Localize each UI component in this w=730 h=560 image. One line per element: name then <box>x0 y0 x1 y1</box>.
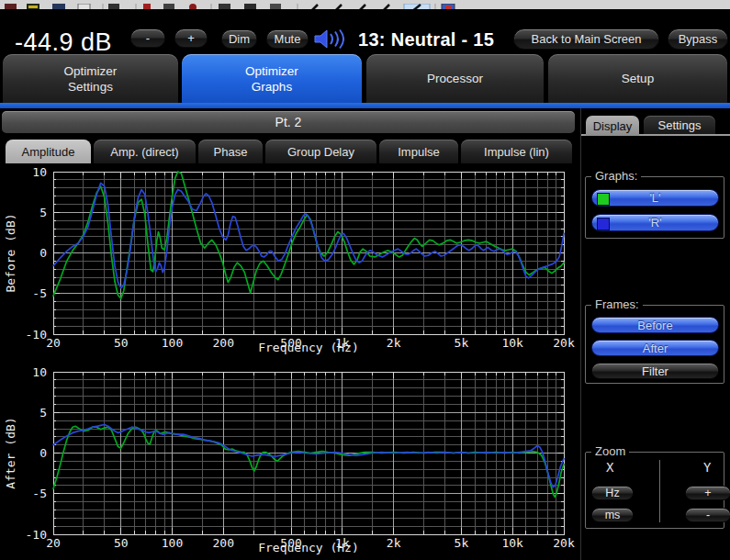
header-bar: -44.9 dB - + Dim Mute 13: Neutral - 15 B… <box>0 9 730 54</box>
zoom-column-divider <box>659 460 660 522</box>
svg-text:20: 20 <box>46 336 61 350</box>
preset-title: 13: Neutral - 15 <box>358 29 494 50</box>
optimizer-app-window: -44.9 dB - + Dim Mute 13: Neutral - 15 B… <box>0 0 730 560</box>
display-sidebar: Display Settings Graphs: 'L' 'R' Frames:… <box>580 108 730 560</box>
left-channel-color-swatch <box>597 193 610 206</box>
svg-text:20k: 20k <box>553 536 575 550</box>
zoom-x-ms-button[interactable]: ms <box>591 508 634 522</box>
bypass-button[interactable]: Bypass <box>668 28 728 50</box>
svg-text:50: 50 <box>114 536 129 550</box>
graph-right-channel-button[interactable]: 'R' <box>591 214 719 231</box>
tab-optimizer-graphs[interactable]: Optimizer Graphs <box>182 54 362 103</box>
svg-text:200: 200 <box>213 536 234 550</box>
tab-setup[interactable]: Setup <box>548 54 727 103</box>
speaker-icon <box>313 28 344 50</box>
svg-text:100: 100 <box>162 336 183 350</box>
tab-processor[interactable]: Processor <box>366 54 544 103</box>
sidebar-tab-settings[interactable]: Settings <box>644 116 715 134</box>
svg-text:Before (dB): Before (dB) <box>4 213 17 292</box>
svg-text:5: 5 <box>39 206 47 219</box>
zoom-x-axis-label: X <box>606 460 613 475</box>
tab-phase[interactable]: Phase <box>198 140 263 163</box>
svg-text:20: 20 <box>46 536 61 550</box>
zoom-group: Zoom X Y Hz ms + - <box>585 452 724 529</box>
svg-text:0: 0 <box>39 246 47 260</box>
svg-text:20k: 20k <box>553 336 575 350</box>
svg-text:5k: 5k <box>455 536 469 550</box>
mute-button[interactable]: Mute <box>266 29 309 49</box>
before-frequency-response-chart: -10-5051020501002005001k2k5k10k20kFreque… <box>0 165 578 365</box>
svg-text:200: 200 <box>213 336 234 350</box>
svg-text:-10: -10 <box>26 528 47 542</box>
svg-text:10: 10 <box>32 165 47 179</box>
dim-button[interactable]: Dim <box>221 29 257 49</box>
sidebar-tab-display[interactable]: Display <box>586 116 639 136</box>
svg-text:0: 0 <box>39 446 47 460</box>
tab-group-delay[interactable]: Group Delay <box>265 140 376 163</box>
graphs-group: Graphs: 'L' 'R' <box>585 176 724 239</box>
svg-text:2k: 2k <box>387 536 401 550</box>
measurement-point-bar[interactable]: Pt. 2 <box>2 111 575 133</box>
volume-up-button[interactable]: + <box>174 28 208 48</box>
frames-group: Frames: Before After Filter <box>585 305 724 384</box>
frame-filter-button[interactable]: Filter <box>591 363 719 379</box>
tab-optimizer-settings[interactable]: Optimizer Settings <box>3 54 178 103</box>
right-channel-color-swatch <box>597 218 610 230</box>
svg-text:10k: 10k <box>501 336 523 350</box>
svg-text:-5: -5 <box>32 487 47 500</box>
tab-impulse-lin[interactable]: Impulse (lin) <box>461 140 572 163</box>
zoom-y-plus-button[interactable]: + <box>685 486 730 500</box>
tab-amp-direct[interactable]: Amp. (direct) <box>94 140 196 163</box>
svg-text:10k: 10k <box>501 536 523 550</box>
svg-text:After (dB): After (dB) <box>4 417 17 488</box>
tab-amplitude[interactable]: Amplitude <box>6 140 91 163</box>
volume-down-button[interactable]: - <box>130 28 165 48</box>
svg-text:Frequency (Hz): Frequency (Hz) <box>258 341 359 354</box>
svg-text:Frequency (Hz): Frequency (Hz) <box>258 541 359 554</box>
svg-text:-5: -5 <box>32 286 47 300</box>
svg-text:5: 5 <box>39 406 47 420</box>
svg-text:5k: 5k <box>455 336 469 350</box>
svg-text:100: 100 <box>162 536 183 550</box>
svg-text:2k: 2k <box>387 336 401 350</box>
svg-text:10: 10 <box>32 365 47 379</box>
graph-left-channel-button[interactable]: 'L' <box>591 189 719 207</box>
frame-after-button[interactable]: After <box>591 340 719 356</box>
graphs-group-legend: Graphs: <box>591 169 641 183</box>
zoom-x-hz-button[interactable]: Hz <box>591 486 634 500</box>
frames-group-legend: Frames: <box>591 297 643 311</box>
zoom-group-legend: Zoom <box>591 444 629 458</box>
frame-before-button[interactable]: Before <box>591 317 719 333</box>
zoom-y-axis-label: Y <box>703 460 711 475</box>
zoom-y-minus-button[interactable]: - <box>685 508 730 522</box>
volume-display: -44.9 dB <box>15 28 112 57</box>
tab-impulse[interactable]: Impulse <box>379 140 458 163</box>
svg-text:-10: -10 <box>26 328 47 342</box>
after-frequency-response-chart: -10-5051020501002005001k2k5k10k20kFreque… <box>0 365 578 560</box>
svg-text:50: 50 <box>114 336 129 350</box>
back-to-main-screen-button[interactable]: Back to Main Screen <box>513 28 659 50</box>
